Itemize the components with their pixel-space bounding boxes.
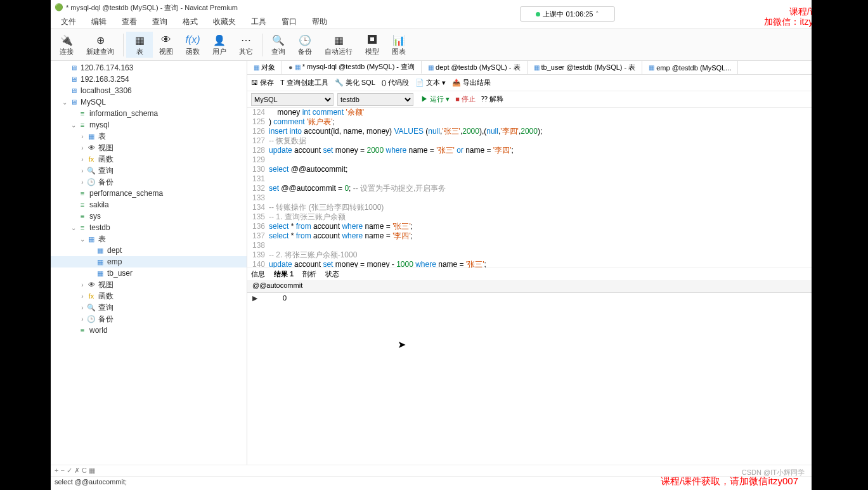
menu-帮助[interactable]: 帮助 [304,16,335,27]
stop-button[interactable]: ■ 停止 [455,95,476,103]
tab-tb_user @testdb (MySQL) - 表[interactable]: ▦tb_user @testdb (MySQL) - 表 [528,61,643,74]
tree-item-mysql[interactable]: ⌄≡mysql [51,119,247,131]
code-line-127[interactable]: 127-- 恢复数据 [247,136,812,146]
sql-editor[interactable]: 回滚，恢复到上次数据更改的部分 提交，确认操作后不可回滚 124 money i… [247,108,812,268]
toolbar-图表[interactable]: 📊图表 [385,32,412,58]
code-line-136[interactable]: 136select * from account where name = '张… [247,222,812,231]
toolbar-其它[interactable]: ⋯其它 [233,32,259,58]
recording-dot-icon [536,12,540,16]
tree-item-localhost_3306[interactable]: 🖥localhost_3306 [51,85,247,96]
qtool-🖫 保存[interactable]: 🖫 保存 [251,78,274,87]
menu-查询[interactable]: 查询 [145,16,175,27]
code-line-130[interactable]: 130select @@autocommit; [247,165,812,174]
code-line-140[interactable]: 140update account set money = money - 10… [247,260,812,268]
toolbar-表[interactable]: ▦表 [126,32,153,58]
tree-item-视图[interactable]: ›👁视图 [51,279,247,290]
tree-item-表[interactable]: ›▦表 [51,131,247,142]
result-tab-状态[interactable]: 状态 [325,269,339,279]
explain-button[interactable]: ⁇ 解释 [481,95,503,103]
run-button[interactable]: ▶ 运行 ▾ [421,95,450,103]
menu-格式[interactable]: 格式 [175,16,205,27]
status-tools[interactable]: + − ✓ ✗ C ▦ [51,465,812,476]
main-toolbar: 🔌连接⊕新建查询▦表👁视图f(x)函数👤用户⋯其它🔍查询🕒备份▦自动运行🞑模型📊… [51,29,812,61]
tab-dept @testdb (MySQL) - 表[interactable]: ▦dept @testdb (MySQL) - 表 [422,61,527,74]
connection-tree[interactable]: 🖥120.76.174.163🖥192.168.3.254🖥localhost_… [51,61,247,465]
toolbar-用户[interactable]: 👤用户 [206,32,233,58]
tab-* mysql-dql @testdb (MySQL) - 查询[interactable]: ●▦* mysql-dql @testdb (MySQL) - 查询 [282,61,422,74]
row-indicator-icon: ▶ [252,294,257,304]
toolbar-视图[interactable]: 👁视图 [153,32,179,58]
tree-item-testdb[interactable]: ⌄≡testdb [51,222,247,233]
app-icon: 🟢 [55,3,63,12]
tree-item-MySQL[interactable]: ⌄🖥MySQL [51,96,247,108]
result-tab-信息[interactable]: 信息 [251,269,265,279]
toolbar-查询[interactable]: 🔍查询 [265,32,292,58]
connection-select[interactable]: MySQL [251,93,334,106]
tree-item-performance_schema[interactable]: ≡performance_schema [51,188,247,199]
code-line-131[interactable]: 131 [247,174,812,184]
code-line-126[interactable]: 126insert into account(id, name, money) … [247,127,812,136]
tree-item-表[interactable]: ⌄▦表 [51,233,247,245]
editor-tabs: ▦对象●▦* mysql-dql @testdb (MySQL) - 查询▦de… [247,61,812,75]
code-line-128[interactable]: 128update account set money = 2000 where… [247,146,812,155]
result-value: 0 [283,294,287,304]
menu-查看[interactable]: 查看 [114,16,145,27]
code-line-133[interactable]: 133 [247,193,812,203]
tree-item-查询[interactable]: ›🔍查询 [51,302,247,313]
query-toolbar: 🖫 保存T 查询创建工具🔧 美化 SQL() 代码段📄 文本 ▾📤 导出结果 [247,75,812,91]
chevron-up-icon: ˄ [595,10,599,18]
toolbar-备份[interactable]: 🕒备份 [292,32,318,58]
code-line-129[interactable]: 129 [247,155,812,165]
cursor-icon: ➤ [398,338,406,351]
result-tabs: 信息结果 1剖析状态 [247,268,812,280]
code-line-134[interactable]: 134-- 转账操作 (张三给李四转账1000) [247,203,812,212]
tab-emp @testdb (MySQL...[interactable]: ▦emp @testdb (MySQL... [642,61,738,74]
class-timer[interactable]: 上课中 01:06:25 ˄ [520,6,615,22]
result-tab-结果 1[interactable]: 结果 1 [274,269,294,279]
toolbar-模型[interactable]: 🞑模型 [359,32,385,58]
toolbar-连接[interactable]: 🔌连接 [53,32,80,58]
menu-窗口[interactable]: 窗口 [274,16,304,27]
tree-item-备份[interactable]: ›🕒备份 [51,176,247,188]
toolbar-函数[interactable]: f(x)函数 [179,32,206,58]
menu-工具[interactable]: 工具 [243,16,274,27]
tab-对象[interactable]: ▦对象 [247,61,282,74]
run-buttons: ▶ 运行 ▾ ■ 停止 ⁇ 解释 [417,94,503,104]
code-line-132[interactable]: 132set @@autocommit = 0; -- 设置为手动提交,开启事务 [247,184,812,193]
tree-item-函数[interactable]: ›fx函数 [51,290,247,302]
toolbar-新建查询[interactable]: ⊕新建查询 [80,32,120,58]
code-line-137[interactable]: 137select * from account where name = '李… [247,231,812,241]
tree-item-world[interactable]: ≡world [51,325,247,336]
tree-item-192.168.3.254[interactable]: 🖥192.168.3.254 [51,74,247,85]
tree-item-information_schema[interactable]: ≡information_schema [51,108,247,119]
result-tab-剖析[interactable]: 剖析 [302,269,316,279]
letterbox-right [812,0,868,490]
qtool-📤 导出结果[interactable]: 📤 导出结果 [452,78,491,87]
tree-item-120.76.174.163[interactable]: 🖥120.76.174.163 [51,62,247,74]
tree-item-sakila[interactable]: ≡sakila [51,199,247,210]
code-line-124[interactable]: 124 money int comment '余额' [247,108,812,117]
tree-item-emp[interactable]: ▦emp [51,256,247,268]
result-header: @@autocommit [247,280,812,293]
schema-select[interactable]: testdb [337,93,413,106]
menu-收藏夹[interactable]: 收藏夹 [205,16,243,27]
tree-item-视图[interactable]: ›👁视图 [51,142,247,153]
tree-item-sys[interactable]: ≡sys [51,210,247,222]
tree-item-函数[interactable]: ›fx函数 [51,153,247,165]
code-line-125[interactable]: 125) comment '账户表'; [247,117,812,127]
tree-item-dept[interactable]: ▦dept [51,245,247,256]
qtool-T 查询创建工具[interactable]: T 查询创建工具 [280,78,328,87]
qtool-🔧 美化 SQL[interactable]: 🔧 美化 SQL [335,78,375,87]
code-line-135[interactable]: 135-- 1. 查询张三账户余额 [247,212,812,222]
code-line-139[interactable]: 139-- 2. 将张三账户余额-1000 [247,250,812,260]
code-line-138[interactable]: 138 [247,241,812,250]
title-bar: 🟢 * mysql-dql @testdb (MySQL) - 查询 - Nav… [51,0,812,15]
menu-编辑[interactable]: 编辑 [84,16,114,27]
tree-item-tb_user[interactable]: ▦tb_user [51,268,247,279]
toolbar-自动运行[interactable]: ▦自动运行 [318,32,359,58]
tree-item-查询[interactable]: ›🔍查询 [51,165,247,176]
qtool-📄 文本 ▾[interactable]: 📄 文本 ▾ [415,78,446,87]
menu-文件[interactable]: 文件 [53,16,84,27]
tree-item-备份[interactable]: ›🕒备份 [51,313,247,325]
qtool-() 代码段[interactable]: () 代码段 [382,78,409,87]
